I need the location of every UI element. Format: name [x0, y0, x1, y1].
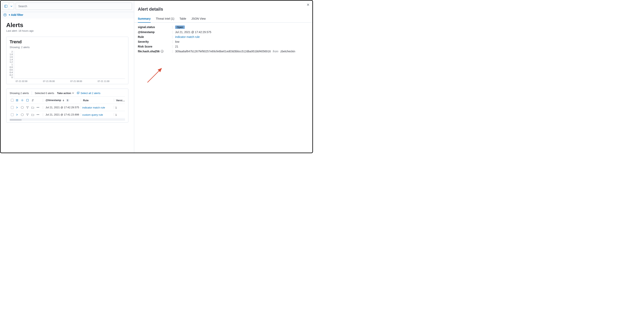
list-icon[interactable] — [16, 99, 19, 102]
y-tick: 1.2 — [10, 61, 13, 63]
drag-handle-icon[interactable] — [113, 113, 114, 116]
svg-point-5 — [22, 100, 23, 101]
chevron-down-icon[interactable] — [9, 3, 14, 10]
showing-count: Showing 2 alerts — [10, 92, 29, 95]
cell-version: 1 — [115, 106, 117, 109]
horizontal-scrollbar[interactable] — [10, 119, 125, 121]
drag-handle-icon[interactable] — [113, 98, 114, 101]
field-risk-score-label: Risk Score — [138, 45, 172, 48]
trend-chart: 21.81.61.41.210.80.60.40.20 — [10, 51, 125, 79]
col-header-version[interactable]: Versi… — [116, 99, 125, 102]
tab-threat-intel[interactable]: Threat Intel (1) — [156, 15, 174, 22]
sort-icon[interactable] — [31, 99, 34, 102]
svg-rect-11 — [38, 107, 38, 108]
expand-icon[interactable] — [16, 113, 19, 116]
cell-rule[interactable]: indicator match rule — [82, 106, 105, 109]
y-tick: 0.2 — [10, 74, 13, 76]
field-timestamp-value: Jul 21, 2021 @ 17:42:29.575 — [175, 30, 211, 34]
drag-handle-icon[interactable] — [42, 106, 44, 109]
y-tick: 0 — [12, 76, 13, 79]
svg-rect-1 — [5, 5, 7, 7]
field-rule-value[interactable]: indicator match rule — [175, 35, 200, 38]
select-all-button[interactable]: Select all 2 alerts — [77, 92, 100, 95]
field-severity-label: Severity — [138, 40, 172, 43]
trend-subtitle: Showing: 2 alerts — [10, 46, 125, 49]
svg-rect-12 — [38, 107, 39, 108]
selected-count: Selected 0 alerts — [35, 92, 54, 95]
svg-rect-18 — [38, 114, 39, 115]
drag-handle-icon[interactable] — [80, 98, 82, 101]
y-tick: 1.4 — [10, 58, 13, 61]
gear-icon[interactable] — [21, 99, 24, 102]
x-tick: 07-21 08:00 — [70, 80, 98, 82]
field-rule-label: Rule — [138, 35, 172, 38]
trend-title: Trend — [10, 39, 125, 44]
svg-rect-17 — [38, 114, 38, 115]
analyze-icon[interactable] — [21, 113, 24, 116]
from-value: zbetcheckin — [280, 50, 295, 53]
svg-rect-16 — [37, 114, 37, 115]
field-file-hash-value: 309aa6af647b1267fef90257e69cfe6be01ed03d… — [175, 50, 271, 53]
x-tick: 07-21 05:00 — [43, 80, 70, 82]
x-tick: 07-21 11:00 — [98, 80, 125, 82]
tab-table[interactable]: Table — [180, 15, 186, 22]
drag-handle-icon[interactable] — [172, 26, 173, 29]
search-placeholder: Search — [18, 4, 27, 8]
drag-handle-icon[interactable] — [172, 40, 173, 43]
svg-rect-4 — [78, 92, 79, 94]
y-tick: 2 — [12, 51, 13, 53]
saved-query-icon[interactable] — [3, 3, 9, 10]
cell-timestamp: Jul 21, 2021 @ 17:42:29.575 — [46, 106, 79, 109]
graph-icon[interactable] — [26, 106, 29, 109]
col-header-timestamp[interactable]: @timestamp — [46, 99, 61, 102]
more-icon[interactable] — [36, 113, 40, 116]
svg-rect-10 — [37, 107, 37, 108]
fullscreen-icon[interactable] — [26, 99, 29, 102]
select-all-checkbox[interactable] — [11, 99, 14, 102]
col-header-rule[interactable]: Rule — [83, 99, 89, 102]
page-subtitle: Last alert: 18 hours ago — [6, 29, 128, 32]
more-icon[interactable] — [36, 106, 40, 109]
y-tick: 0.6 — [10, 69, 13, 71]
drag-handle-icon[interactable] — [80, 113, 82, 116]
drag-handle-icon[interactable] — [42, 99, 44, 102]
filter-icon[interactable] — [4, 13, 6, 16]
analyze-icon[interactable] — [21, 106, 24, 109]
table-row[interactable]: Jul 21, 2021 @ 17:42:29.575 indicator ma… — [10, 104, 125, 111]
row-checkbox[interactable] — [11, 106, 14, 109]
tab-summary[interactable]: Summary — [138, 15, 151, 23]
close-button[interactable]: ✕ — [306, 2, 310, 7]
cell-timestamp: Jul 21, 2021 @ 17:41:23.698 — [46, 113, 79, 116]
table-row[interactable]: Jul 21, 2021 @ 17:41:23.698 custom query… — [10, 111, 125, 118]
search-input[interactable]: Search — [16, 2, 132, 10]
add-filter-button[interactable]: + Add filter — [9, 13, 23, 16]
drag-handle-icon[interactable] — [172, 35, 173, 38]
select-all-label: Select all 2 alerts — [81, 92, 100, 95]
folder-icon[interactable] — [31, 113, 34, 116]
field-timestamp-label: @timestamp — [138, 30, 172, 34]
graph-icon[interactable] — [26, 113, 29, 116]
chart-plot-area — [14, 51, 125, 79]
field-file-hash-label: file.hash.sha256 i — [138, 50, 172, 53]
tab-json-view[interactable]: JSON View — [192, 15, 206, 22]
cell-rule[interactable]: custom query rule — [82, 113, 103, 116]
row-checkbox[interactable] — [11, 113, 14, 116]
take-action-button[interactable]: Take action — [57, 92, 74, 95]
drag-handle-icon[interactable] — [172, 45, 173, 48]
y-tick: 1.8 — [10, 53, 13, 56]
info-icon[interactable]: i — [161, 50, 164, 53]
drag-handle-icon[interactable] — [80, 106, 82, 108]
query-language-switcher[interactable] — [2, 2, 14, 10]
y-tick: 0.4 — [10, 71, 13, 74]
expand-icon[interactable] — [16, 106, 19, 109]
drag-handle-icon[interactable] — [172, 50, 173, 53]
drag-handle-icon[interactable] — [42, 113, 44, 116]
folder-icon[interactable] — [31, 106, 34, 109]
drag-handle-icon[interactable] — [172, 31, 173, 33]
field-risk-score-value: 21 — [175, 45, 178, 48]
sort-priority-badge: 1 — [66, 99, 69, 101]
x-tick: 07-21 02:00 — [16, 80, 43, 82]
from-label: from — [273, 50, 278, 53]
field-severity-value: low — [175, 40, 179, 43]
drag-handle-icon[interactable] — [113, 106, 114, 108]
